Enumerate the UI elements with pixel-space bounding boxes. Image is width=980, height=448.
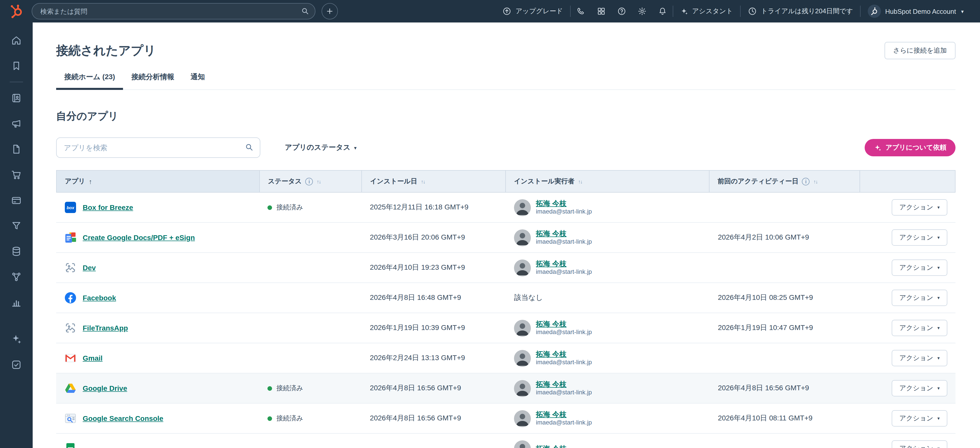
- column-header-5[interactable]: [860, 171, 955, 192]
- installer-link[interactable]: 拓海 今枝: [536, 259, 592, 268]
- installer-link[interactable]: 拓海 今枝: [536, 379, 592, 389]
- table-row: Facebook 2026年4月8日 16:48 GMT+9 該当なし 2026…: [56, 283, 956, 313]
- actions-button[interactable]: アクション ▾: [892, 199, 947, 215]
- sidebar-item-tasks[interactable]: [0, 352, 33, 378]
- column-header-2[interactable]: インストール日↑↓: [362, 171, 506, 192]
- status-cell: 接続済み: [259, 414, 362, 423]
- sidebar-item-automations[interactable]: [0, 213, 33, 239]
- status-filter-label: アプリのステータス: [285, 143, 350, 152]
- app-link[interactable]: FileTransApp: [83, 324, 128, 332]
- notifications-button[interactable]: [652, 0, 673, 22]
- installer-link[interactable]: 拓海 今枝: [536, 229, 592, 238]
- table-row: Gmail 2026年2月24日 13:13 GMT+9 拓海 今枝 imaed…: [56, 343, 956, 373]
- sort-ascending-icon: ↑: [89, 177, 92, 185]
- settings-button[interactable]: [632, 0, 652, 22]
- status-dot: [268, 416, 272, 421]
- app-link[interactable]: Facebook: [83, 294, 116, 302]
- column-header-4[interactable]: 前回のアクティビティー日i↑↓: [710, 171, 860, 192]
- sidebar-item-reporting[interactable]: [0, 290, 33, 315]
- add-connection-button[interactable]: さらに接続を追加: [885, 42, 956, 59]
- chevron-down-icon: ▾: [937, 295, 940, 300]
- actions-button[interactable]: アクション ▾: [892, 260, 947, 276]
- column-label: アプリ: [65, 177, 85, 186]
- sidebar-item-commerce[interactable]: [0, 162, 33, 188]
- app-search-input[interactable]: [56, 137, 260, 158]
- installer-link[interactable]: 拓海 今枝: [536, 444, 566, 448]
- column-header-1[interactable]: ステータスi↑↓: [260, 171, 362, 192]
- assistant-button[interactable]: アシスタント: [673, 0, 740, 22]
- request-app-button[interactable]: アプリについて依頼: [865, 139, 956, 156]
- actions-button[interactable]: アクション ▾: [892, 350, 947, 366]
- global-search[interactable]: [32, 3, 315, 19]
- marketing-icon: [11, 118, 22, 129]
- install-date: 2026年4月8日 16:56 GMT+9: [362, 414, 506, 423]
- sidebar-item-payments[interactable]: [0, 188, 33, 213]
- shell: 接続されたアプリ さらに接続を追加 接続ホーム (23)接続分析情報通知 自分の…: [0, 22, 980, 448]
- sidebar-item-content[interactable]: [0, 136, 33, 162]
- tab-connect-home[interactable]: 接続ホーム (23): [56, 66, 123, 89]
- app-cell: FileTransApp: [56, 322, 259, 334]
- installer-link[interactable]: 拓海 今枝: [536, 349, 592, 359]
- tab-connect-insights[interactable]: 接続分析情報: [123, 66, 183, 89]
- installer-email: imaeda@start-link.jp: [536, 238, 592, 246]
- sidebar-item-bookmarks[interactable]: [0, 53, 33, 79]
- app-link[interactable]: Google Search Console: [83, 414, 163, 422]
- marketplace-button[interactable]: [591, 0, 611, 22]
- table-row: FileTransApp 2026年1月19日 10:39 GMT+9 拓海 今…: [56, 313, 956, 343]
- actions-button[interactable]: アクション ▾: [892, 410, 947, 427]
- help-button[interactable]: [611, 0, 632, 22]
- install-date: 2026年4月10日 19:23 GMT+9: [362, 263, 506, 272]
- table-row: Dev 2026年4月10日 19:23 GMT+9 拓海 今枝 imaeda@…: [56, 253, 956, 283]
- installer-link[interactable]: 拓海 今枝: [536, 199, 592, 208]
- actions-button[interactable]: アクション ▾: [892, 440, 947, 448]
- topbar-icon-cluster: [571, 0, 673, 22]
- generic-app-icon: [64, 261, 76, 274]
- avatar: [514, 199, 531, 216]
- create-button[interactable]: [321, 3, 338, 19]
- workflows-icon: [11, 271, 22, 282]
- hubspot-logo-icon[interactable]: [7, 3, 25, 20]
- upgrade-button[interactable]: アップグレード: [495, 0, 570, 22]
- status-filter-dropdown[interactable]: アプリのステータス ▾: [282, 142, 360, 153]
- app-link[interactable]: Google Drive: [83, 384, 127, 392]
- sort-icon: ↑↓: [317, 179, 321, 184]
- actions-label: アクション: [899, 324, 933, 333]
- sparkle-icon: [680, 7, 688, 15]
- last-activity: 2026年4月8日 16:56 GMT+9: [710, 384, 861, 393]
- status-text: 接続済み: [277, 384, 303, 393]
- sidebar-item-marketing[interactable]: [0, 111, 33, 136]
- actions-cell: アクション ▾: [861, 260, 956, 276]
- status-dot: [268, 386, 272, 391]
- actions-button[interactable]: アクション ▾: [892, 290, 947, 306]
- sidebar-item-workflows[interactable]: [0, 264, 33, 290]
- call-button[interactable]: [571, 0, 591, 22]
- sort-icon: ↑↓: [421, 179, 425, 184]
- app-link[interactable]: Dev: [83, 264, 96, 272]
- actions-button[interactable]: アクション ▾: [892, 320, 947, 336]
- actions-button[interactable]: アクション ▾: [892, 380, 947, 396]
- sidebar-item-home[interactable]: [0, 27, 33, 53]
- sidebar-item-ai[interactable]: [0, 327, 33, 352]
- column-header-3[interactable]: インストール実行者↑↓: [506, 171, 710, 192]
- gsc-app-icon: [64, 412, 76, 424]
- actions-label: アクション: [899, 293, 933, 303]
- avatar: [514, 410, 531, 427]
- app-link[interactable]: Gmail: [83, 354, 103, 362]
- sidebar-item-crm[interactable]: [0, 85, 33, 111]
- app-link[interactable]: Create Google Docs/PDF + eSign: [83, 233, 195, 242]
- status-dot: [268, 205, 272, 210]
- sidebar-item-data[interactable]: [0, 239, 33, 264]
- actions-button[interactable]: アクション ▾: [892, 230, 947, 246]
- tab-notifications[interactable]: 通知: [183, 66, 213, 89]
- installer-link[interactable]: 拓海 今枝: [536, 410, 592, 419]
- column-label: 前回のアクティビティー日: [718, 177, 799, 186]
- account-menu[interactable]: HubSpot Demo Account ▾: [861, 0, 971, 22]
- column-header-0[interactable]: アプリ↑: [57, 171, 260, 192]
- global-search-input[interactable]: [32, 3, 315, 19]
- crm-icon: [11, 92, 22, 104]
- request-app-label: アプリについて依頼: [886, 143, 946, 152]
- app-link[interactable]: Box for Breeze: [83, 203, 133, 212]
- installer-link[interactable]: 拓海 今枝: [536, 319, 592, 328]
- sheets-app-icon: [64, 442, 76, 448]
- app-search[interactable]: [56, 137, 260, 158]
